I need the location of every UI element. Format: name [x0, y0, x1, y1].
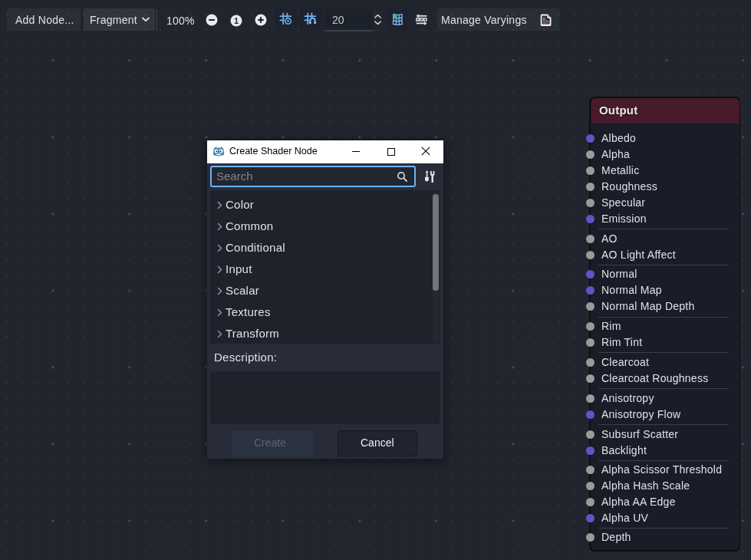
svg-text:1: 1 [234, 16, 239, 25]
